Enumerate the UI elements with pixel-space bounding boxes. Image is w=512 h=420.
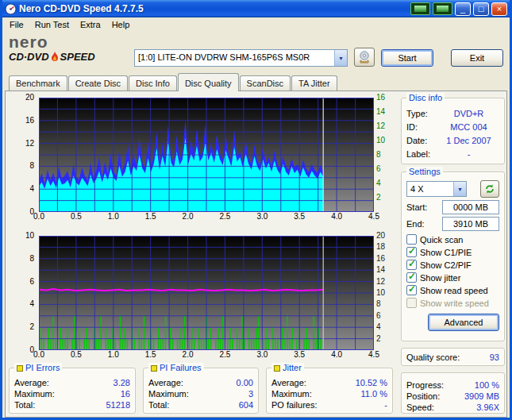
tab-disc-info[interactable]: Disc Info: [129, 75, 177, 91]
green-monitor-icon-2[interactable]: [433, 2, 452, 15]
app-icon: [5, 3, 17, 15]
show-c1-pie-checkbox[interactable]: [406, 247, 417, 257]
progress-group: Progress:100 % Position:3909 MB Speed:3.…: [401, 372, 505, 414]
app-window: Nero CD-DVD Speed 4.7.7.5 _ □ × File Run…: [0, 0, 512, 420]
menu-file[interactable]: File: [4, 18, 29, 31]
advanced-button[interactable]: Advanced: [428, 314, 499, 331]
start-mb-input[interactable]: [442, 200, 499, 214]
jitter-legend-chip: [274, 365, 280, 372]
show-jitter-checkbox[interactable]: [406, 272, 417, 283]
pi-failures-chart: 0246810 2468101214161820 0.00.51.01.52.0…: [9, 233, 398, 361]
axis-tick-label: 4: [376, 179, 381, 187]
speed-selected-text: 4 X: [407, 182, 453, 196]
start-button[interactable]: Start: [381, 49, 433, 67]
logo-cd-dvd: CD·DVD: [9, 51, 49, 63]
maximize-button[interactable]: □: [473, 2, 489, 16]
window-title: Nero CD-DVD Speed 4.7.7.5: [19, 3, 408, 14]
pi-failures-stats-group: PI Failures Average:0.00 Maximum:3 Total…: [143, 368, 259, 414]
green-monitor-icon-1[interactable]: [410, 2, 430, 15]
tab-strip: Benchmark Create Disc Disc Info Disc Qua…: [2, 73, 510, 91]
menu-extra[interactable]: Extra: [75, 18, 106, 31]
tab-disc-quality[interactable]: Disc Quality: [178, 73, 239, 91]
nero-logo: nero CD·DVD SPEED: [9, 33, 128, 63]
axis-tick-label: 16: [376, 255, 385, 263]
menu-help[interactable]: Help: [106, 18, 136, 31]
end-mb-input[interactable]: [442, 217, 499, 231]
disc-quality-page: 048121620 246810121416 0.00.51.01.52.02.…: [5, 91, 507, 418]
axis-tick-label: 6: [29, 278, 34, 286]
tab-create-disc[interactable]: Create Disc: [68, 75, 128, 91]
logo-speed: SPEED: [60, 51, 95, 63]
axis-tick-label: 2: [376, 194, 381, 202]
axis-tick-label: 0.5: [67, 213, 85, 221]
pif-left-axis: 0246810: [9, 236, 37, 350]
axis-tick-label: 3.0: [253, 213, 271, 221]
title-bar[interactable]: Nero CD-DVD Speed 4.7.7.5 _ □ ×: [2, 0, 510, 17]
stat-row: Average:10.52 %: [271, 377, 387, 388]
pi-failures-legend-chip: [151, 365, 157, 372]
show-read-speed-checkbox[interactable]: [406, 285, 417, 295]
axis-tick-label: 8: [376, 300, 381, 308]
axis-tick-label: 12: [25, 140, 34, 148]
axis-tick-label: 14: [376, 108, 385, 116]
quality-score-row: Quality score: 93: [406, 352, 499, 363]
flame-icon: [51, 52, 59, 63]
speed-row: 4 X ▼: [406, 180, 499, 198]
menu-run-test[interactable]: Run Test: [29, 18, 75, 31]
exit-button[interactable]: Exit: [451, 49, 503, 67]
axis-tick-label: 6: [376, 165, 381, 173]
axis-tick-label: 12: [376, 122, 385, 130]
axis-tick-label: 2.0: [179, 351, 197, 359]
tab-ta-jitter[interactable]: TA Jitter: [291, 75, 337, 91]
axis-tick-label: 8: [29, 255, 34, 263]
close-button[interactable]: ×: [491, 2, 507, 16]
disc-type-row: Type:DVD+R: [406, 106, 499, 120]
axis-tick-label: 4.0: [328, 351, 345, 359]
show-write-speed-checkbox[interactable]: [406, 298, 417, 308]
show-c2-pif-checkbox[interactable]: [406, 260, 417, 270]
axis-tick-label: 1.5: [142, 351, 160, 359]
progress-row: Progress:100 %: [406, 380, 499, 391]
start-row: Start:: [406, 200, 499, 214]
pif-x-axis: 0.00.51.01.52.02.53.03.54.04.5: [39, 351, 383, 360]
axis-tick-label: 1.0: [105, 213, 122, 221]
axis-tick-label: 8: [376, 151, 381, 159]
axis-tick-label: 4: [376, 323, 381, 331]
speed-dropdown-arrow-icon[interactable]: ▼: [453, 182, 466, 196]
quality-score-group: Quality score: 93: [401, 348, 505, 366]
tab-scandisc[interactable]: ScanDisc: [240, 75, 291, 91]
axis-tick-label: 16: [376, 94, 385, 102]
axis-tick-label: 4.5: [365, 351, 383, 359]
header: nero CD·DVD SPEED [1:0] LITE-ON DVDRW SH…: [2, 32, 510, 73]
stat-row: Average:0.00: [148, 377, 253, 388]
checkbox-row-show-c1-pie: Show C1/PIE: [406, 246, 499, 258]
pi-errors-chart: 048121620 246810121416 0.00.51.01.52.02.…: [9, 94, 398, 223]
pi-errors-legend-chip: [17, 365, 23, 372]
minimize-button[interactable]: _: [455, 2, 471, 16]
drive-select[interactable]: [1:0] LITE-ON DVDRW SHM-165P6S MS0R ▼: [134, 49, 348, 67]
checkbox-row-show-write-speed: Show write speed: [406, 297, 499, 309]
speed-select[interactable]: 4 X ▼: [406, 181, 467, 197]
axis-tick-label: 2.0: [179, 213, 197, 221]
stat-row: Total:51218: [14, 399, 130, 410]
axis-tick-label: 6: [376, 312, 381, 320]
eject-button[interactable]: [354, 48, 375, 67]
right-panel: Disc info Type:DVD+R ID:MCC 004 Date:1 D…: [401, 98, 505, 414]
pif-plot: [39, 236, 374, 350]
axis-tick-label: 1.5: [142, 213, 160, 221]
refresh-button[interactable]: [480, 180, 499, 198]
tab-benchmark[interactable]: Benchmark: [9, 75, 67, 91]
speed-row-status: Speed:3.96X: [406, 402, 499, 413]
pie-speed-axis: 246810121416: [375, 98, 397, 212]
quick-scan-checkbox[interactable]: [406, 234, 417, 245]
drive-dropdown-arrow-icon[interactable]: ▼: [334, 50, 347, 66]
axis-tick-label: 4.5: [365, 213, 383, 221]
pie-plot: [39, 98, 374, 212]
menu-bar: File Run Test Extra Help: [2, 17, 510, 32]
axis-tick-label: 3.0: [253, 351, 271, 359]
axis-tick-label: 16: [25, 117, 34, 125]
axis-tick-label: 4.0: [328, 213, 345, 221]
axis-tick-label: 2.5: [216, 213, 233, 221]
stat-row: Maximum:11.0 %: [271, 388, 387, 399]
checkbox-row-quick-scan: Quick scan: [406, 233, 499, 245]
